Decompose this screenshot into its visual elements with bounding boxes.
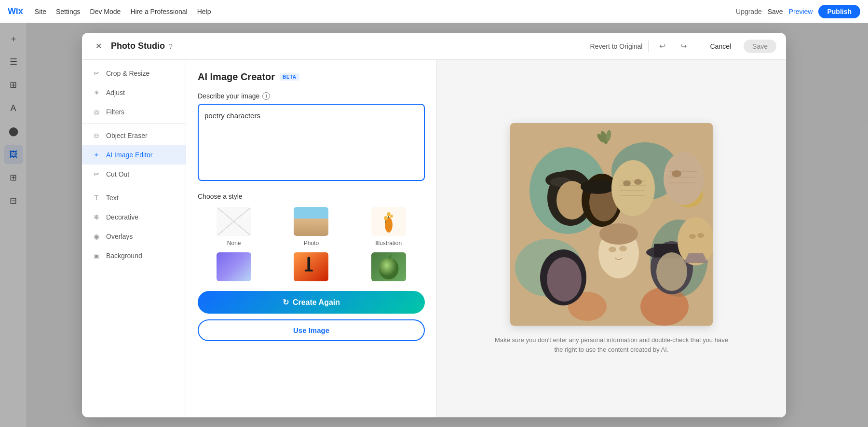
crop-resize-icon: ✂ (92, 69, 101, 78)
illustration-svg (379, 209, 398, 234)
decorative-icon: ❋ (92, 212, 101, 222)
style-item-6[interactable] (353, 251, 425, 285)
cut-out-icon: ✂ (92, 169, 101, 179)
adjust-icon: ☀ (92, 88, 101, 97)
panel-item-label: AI Image Editor (106, 151, 153, 159)
describe-textarea[interactable] (198, 104, 425, 181)
header-divider (648, 41, 649, 52)
preview-image-container (510, 123, 713, 326)
panel-item-decorative[interactable]: ❋ Decorative (82, 207, 186, 227)
topbar: Wix Site Settings Dev Mode Hire a Profes… (0, 0, 868, 23)
style-name-illustration: Illustration (375, 240, 402, 247)
modal-header: ✕ Photo Studio ? Revert to Original ↩ ↪ … (82, 33, 786, 60)
topbar-nav: Site Settings Dev Mode Hire a Profession… (35, 8, 211, 15)
panel-item-background[interactable]: ▣ Background (82, 246, 186, 265)
photo-thumb-visual (294, 207, 328, 236)
panel-item-label: Text (106, 194, 119, 202)
panel-divider-1 (82, 124, 186, 124)
wix-logo: Wix (8, 6, 23, 16)
nav-site[interactable]: Site (35, 8, 46, 15)
nav-hire[interactable]: Hire a Professional (130, 8, 187, 15)
panel-item-crop-resize[interactable]: ✂ Crop & Resize (82, 64, 186, 83)
object-eraser-icon: ⊖ (92, 131, 101, 140)
overlays-icon: ◉ (92, 232, 101, 241)
style-thumb-6 (370, 251, 407, 282)
style-thumb-4 (216, 251, 252, 282)
nav-settings[interactable]: Settings (56, 8, 81, 15)
style-item-none[interactable]: None (198, 206, 270, 247)
style6-svg (371, 252, 406, 281)
ai-creator-title: AI Image Creator (198, 71, 275, 83)
describe-label-text: Describe your image (198, 92, 259, 100)
svg-rect-8 (305, 270, 313, 272)
style5-thumb-visual (294, 252, 328, 281)
style6-thumb-visual (371, 252, 406, 281)
style-item-4[interactable] (198, 251, 270, 285)
modal-body: ✂ Crop & Resize ☀ Adjust ◎ Filters ⊖ Obj… (82, 60, 786, 417)
background-icon: ▣ (92, 251, 101, 261)
nav-dev-mode[interactable]: Dev Mode (90, 8, 121, 15)
panel-item-label: Filters (106, 108, 124, 116)
save-button[interactable]: Save (768, 8, 783, 15)
create-again-label: Create Again (293, 298, 340, 307)
collage-svg (510, 123, 713, 326)
style-thumb-illustration (370, 206, 407, 237)
modal-close-button[interactable]: ✕ (92, 40, 105, 53)
style-item-photo[interactable]: Photo (275, 206, 347, 247)
panel-item-overlays[interactable]: ◉ Overlays (82, 227, 186, 246)
svg-rect-7 (308, 257, 311, 270)
topbar-right: Upgrade Save Preview Publish (736, 5, 860, 18)
describe-label: Describe your image i (198, 92, 425, 100)
preview-image (510, 123, 713, 326)
refresh-icon: ↻ (283, 298, 289, 307)
modal-title: Photo Studio (111, 41, 165, 51)
center-panel: AI Image Creator BETA Describe your imag… (186, 60, 437, 417)
redo-button[interactable]: ↪ (676, 39, 691, 54)
create-again-button[interactable]: ↻ Create Again (198, 291, 425, 314)
upgrade-button[interactable]: Upgrade (736, 8, 762, 15)
style-name-none: None (227, 240, 241, 247)
cancel-button[interactable]: Cancel (703, 40, 738, 53)
panel-item-object-eraser[interactable]: ⊖ Object Eraser (82, 126, 186, 145)
nav-help[interactable]: Help (197, 8, 211, 15)
modal-overlay: ✕ Photo Studio ? Revert to Original ↩ ↪ … (0, 23, 868, 427)
ai-image-editor-icon: ✦ (92, 150, 101, 160)
style-item-5[interactable] (275, 251, 347, 285)
modal-save-button: Save (744, 40, 776, 53)
ai-creator-header: AI Image Creator BETA (198, 71, 425, 83)
preview-button[interactable]: Preview (789, 8, 813, 15)
style-grid: None Photo (198, 206, 425, 285)
panel-item-filters[interactable]: ◎ Filters (82, 102, 186, 122)
panel-item-text[interactable]: T Text (82, 188, 186, 207)
panel-item-label: Decorative (106, 213, 138, 221)
svg-point-3 (387, 212, 391, 216)
text-icon: T (92, 193, 101, 203)
panel-item-label: Background (106, 252, 142, 260)
svg-point-9 (379, 258, 398, 279)
filters-icon: ◎ (92, 107, 101, 117)
panel-item-label: Cut Out (106, 170, 129, 178)
undo-button[interactable]: ↩ (654, 39, 670, 54)
none-thumb-visual (217, 207, 251, 236)
panel-item-label: Adjust (106, 89, 125, 96)
revert-to-original-button[interactable]: Revert to Original (590, 42, 643, 50)
modal-header-right: Revert to Original ↩ ↪ Cancel Save (590, 39, 776, 54)
beta-badge: BETA (280, 73, 299, 81)
publish-button[interactable]: Publish (818, 5, 860, 18)
panel-item-ai-image-editor[interactable]: ✦ AI Image Editor (82, 145, 186, 165)
panel-item-adjust[interactable]: ☀ Adjust (82, 83, 186, 102)
left-panel: ✂ Crop & Resize ☀ Adjust ◎ Filters ⊖ Obj… (82, 60, 186, 417)
style-name-photo: Photo (304, 240, 319, 247)
style-item-illustration[interactable]: Illustration (353, 206, 425, 247)
right-panel: Make sure you don't enter any personal i… (437, 60, 786, 417)
use-image-button[interactable]: Use Image (198, 319, 425, 341)
describe-info-icon[interactable]: i (262, 92, 270, 100)
svg-point-2 (390, 215, 393, 218)
svg-rect-56 (510, 123, 713, 326)
modal-help-icon[interactable]: ? (169, 42, 173, 50)
style-thumb-photo (293, 206, 329, 237)
svg-point-1 (384, 216, 388, 220)
panel-item-cut-out[interactable]: ✂ Cut Out (82, 165, 186, 184)
panel-item-label: Object Eraser (106, 132, 148, 139)
header-actions-divider (697, 41, 697, 52)
